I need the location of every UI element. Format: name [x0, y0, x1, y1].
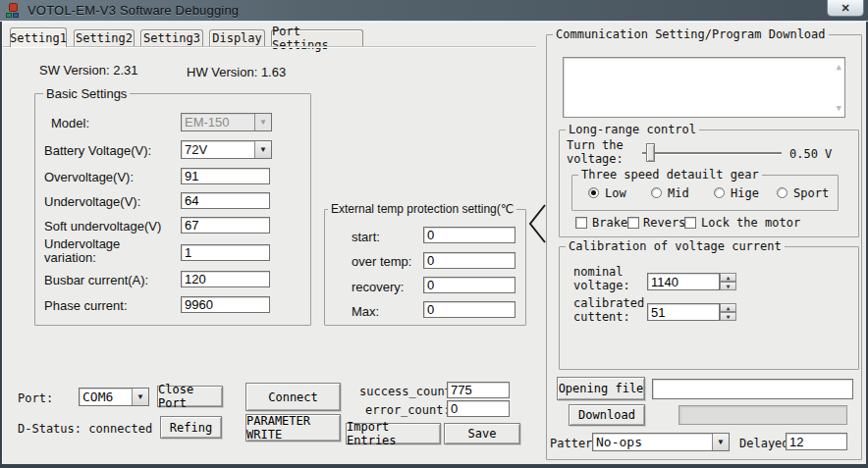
- turn-voltage-label: Turn the voltage:: [567, 138, 641, 166]
- busbar-current-label: Busbar current(A):: [44, 273, 148, 287]
- pattern-combobox[interactable]: No-ops ▼: [592, 433, 730, 451]
- close-button[interactable]: ✕: [827, 0, 864, 17]
- port-combobox[interactable]: COM6 ▼: [79, 388, 149, 406]
- long-range-title: Long-range control: [566, 123, 699, 136]
- gear-sport-label: Sport: [793, 186, 829, 200]
- temp-start-label: start:: [352, 230, 380, 244]
- phase-current-input[interactable]: [181, 296, 270, 313]
- connect-button[interactable]: Connect: [245, 383, 341, 411]
- overvoltage-label: Overvoltage(V):: [44, 170, 134, 184]
- dstatus-text: D-Status: connected: [18, 422, 152, 436]
- nominal-voltage-input[interactable]: [647, 273, 720, 290]
- tab-strip-divider: [3, 46, 536, 48]
- gear-low-radio[interactable]: [588, 187, 599, 198]
- title-bar: VOTOL-EM-V3 Software Debugging ✕: [0, 0, 868, 22]
- overvoltage-input[interactable]: [181, 168, 270, 184]
- sw-version-value: 2.31: [113, 63, 137, 78]
- basic-settings-group: Basic Settings Model: EM-150 ▼ Battery V…: [34, 93, 311, 326]
- temp-max-input[interactable]: [423, 301, 515, 318]
- parameter-write-button[interactable]: PARAMETER WRITE: [245, 414, 341, 442]
- three-speed-group: Three speed detauilt gear Low Mid Hige S…: [571, 175, 839, 211]
- gear-sport-radio[interactable]: [777, 187, 787, 198]
- gear-mid-label: Mid: [668, 186, 689, 200]
- voltage-slider-thumb[interactable]: [646, 143, 655, 162]
- battery-dropdown-icon[interactable]: ▼: [254, 141, 271, 158]
- success-count-label: success_count:: [359, 385, 459, 398]
- battery-voltage-combobox[interactable]: 72V ▼: [181, 140, 272, 159]
- tab-setting1[interactable]: Setting1: [10, 27, 67, 47]
- delayed-input[interactable]: [786, 433, 847, 450]
- close-port-button[interactable]: Close Port: [157, 386, 223, 407]
- model-dropdown-icon: ▼: [254, 114, 271, 130]
- calibration-title: Calibration of voltage current: [566, 239, 785, 253]
- gear-hige-label: Hige: [731, 186, 759, 200]
- hw-version-label: HW Version: 1.63: [187, 65, 286, 79]
- comm-log-textarea[interactable]: ▲ ▼: [563, 57, 845, 118]
- nominal-voltage-spinner[interactable]: ▲ ▼: [720, 273, 736, 290]
- tab-port-settings[interactable]: Port Settings: [271, 29, 363, 46]
- basic-settings-title: Basic Settings: [43, 86, 130, 101]
- communication-title: Communication Setting/Program Download: [553, 27, 829, 41]
- nominal-voltage-label: nominal voltage:: [573, 265, 652, 292]
- download-button[interactable]: Download: [569, 404, 645, 426]
- opening-file-path-input[interactable]: [652, 379, 853, 399]
- opening-file-button[interactable]: Opening file: [557, 377, 645, 400]
- download-progress-bar: [678, 405, 847, 425]
- temp-over-input[interactable]: [423, 252, 515, 269]
- brake-label: Brake: [592, 216, 627, 230]
- refing-button[interactable]: Refing: [160, 416, 222, 439]
- pattern-dropdown-icon[interactable]: ▼: [712, 434, 729, 450]
- port-label: Port:: [18, 391, 53, 405]
- temp-recovery-input[interactable]: [423, 277, 515, 293]
- save-button[interactable]: Save: [444, 423, 520, 444]
- spin-up-icon[interactable]: ▲: [720, 273, 736, 282]
- tab-setting2[interactable]: Setting2: [74, 29, 135, 46]
- external-temp-group: External temp protection setting(℃ start…: [324, 209, 526, 326]
- soft-undervoltage-input[interactable]: [181, 217, 270, 234]
- scroll-down-icon[interactable]: ▼: [837, 103, 841, 113]
- undervoltage-input[interactable]: [181, 192, 270, 209]
- gear-mid-radio[interactable]: [651, 187, 662, 198]
- phase-current-label: Phase current:: [44, 298, 128, 313]
- spin-down-icon[interactable]: ▼: [720, 312, 736, 321]
- scroll-up-icon[interactable]: ▲: [837, 62, 841, 72]
- calibrated-current-input[interactable]: [647, 303, 720, 321]
- undervoltage-variation-input[interactable]: [181, 244, 270, 261]
- lock-motor-label: Lock the motor: [701, 216, 800, 230]
- collapse-chevron-icon[interactable]: [526, 202, 548, 245]
- external-temp-title: External temp protection setting(℃: [328, 202, 516, 216]
- calibration-group: Calibration of voltage current nominal v…: [559, 246, 859, 370]
- gear-hige-radio[interactable]: [714, 187, 725, 198]
- model-label: Model:: [51, 116, 89, 130]
- window-title: VOTOL-EM-V3 Software Debugging: [27, 3, 239, 18]
- busbar-current-input[interactable]: [181, 271, 270, 287]
- app-icon: [6, 3, 21, 18]
- close-icon: ✕: [841, 2, 849, 15]
- spin-down-icon[interactable]: ▼: [720, 282, 736, 290]
- temp-max-label: Max:: [352, 304, 379, 319]
- hw-version-value: 1.63: [261, 65, 286, 79]
- error-count-label: error_count:: [365, 403, 451, 417]
- undervoltage-label: Undervoltage(V):: [44, 194, 140, 209]
- sw-version-label: SW Version: 2.31: [39, 63, 137, 78]
- port-dropdown-icon[interactable]: ▼: [132, 389, 148, 405]
- communication-group: Communication Setting/Program Download ▲…: [546, 34, 862, 460]
- lock-motor-checkbox[interactable]: [684, 217, 696, 229]
- brake-checkbox[interactable]: [575, 217, 587, 229]
- calibrated-current-spinner[interactable]: ▲ ▼: [720, 303, 736, 321]
- voltage-slider-value: 0.50 V: [789, 147, 832, 161]
- tab-setting3[interactable]: Setting3: [140, 29, 203, 46]
- reverse-label: Revers: [643, 216, 685, 230]
- success-count-input[interactable]: [447, 382, 510, 398]
- import-entries-button[interactable]: Import Entries: [346, 423, 441, 444]
- three-speed-title: Three speed detauilt gear: [578, 168, 762, 182]
- gear-low-label: Low: [605, 186, 626, 200]
- reverse-checkbox[interactable]: [627, 217, 639, 229]
- voltage-slider-track: [642, 152, 782, 154]
- soft-undervoltage-label: Soft undervoltage(V): [44, 219, 161, 234]
- spin-up-icon[interactable]: ▲: [720, 303, 736, 312]
- tab-display[interactable]: Display: [209, 29, 265, 46]
- temp-start-input[interactable]: [423, 227, 515, 243]
- error-count-input[interactable]: [447, 400, 510, 417]
- application-window: VOTOL-EM-V3 Software Debugging ✕ Setting…: [0, 0, 868, 468]
